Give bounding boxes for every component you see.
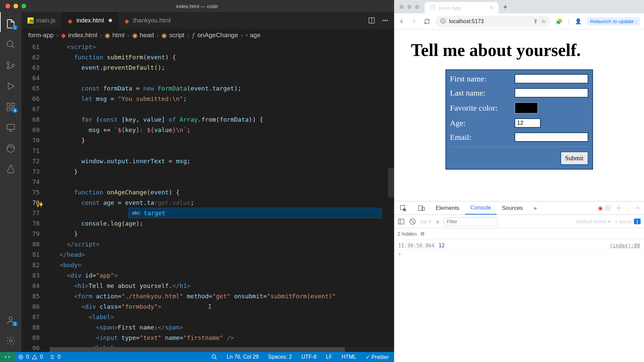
minimize-icon[interactable]: [13, 4, 18, 8]
firstname-input[interactable]: [515, 74, 588, 83]
breadcrumb-item: form-app: [28, 32, 54, 39]
favcolor-label: Favorite color:: [450, 104, 498, 113]
language-mode[interactable]: HTML: [341, 354, 356, 360]
log-entry[interactable]: 11:30:50.864 12 (index):80: [394, 242, 644, 250]
problems-button[interactable]: 0 0: [15, 354, 46, 360]
svg-rect-22: [398, 219, 404, 224]
email-input[interactable]: [515, 132, 588, 142]
profile-icon[interactable]: 👤: [575, 18, 582, 24]
address-bar[interactable]: ⓘ localhost:5173 ⇪ ☆: [436, 16, 550, 27]
back-button[interactable]: [398, 18, 405, 25]
expand-tabs-icon[interactable]: ⌄: [636, 4, 644, 10]
tab-thankyou-html[interactable]: ◆ thankyou.html: [118, 12, 177, 29]
console-prompt[interactable]: ›: [394, 250, 644, 258]
encoding[interactable]: UTF-8: [301, 354, 316, 360]
copilot-spark-icon[interactable]: ✨: [36, 199, 43, 206]
settings-gear-icon[interactable]: [6, 336, 16, 346]
html-file-icon: ◆: [68, 17, 74, 23]
tab-elements[interactable]: Elements: [430, 201, 465, 215]
eol[interactable]: LF: [326, 354, 332, 360]
tab-index-html[interactable]: ◆ index.html: [62, 12, 118, 29]
cursor-position[interactable]: Ln 76, Col 29: [227, 354, 259, 360]
email-label: Email:: [450, 133, 472, 142]
page-favicon-icon: 📄: [429, 5, 436, 11]
edge-tools-icon[interactable]: [6, 143, 16, 154]
devtools: Elements Console Sources » ◉1 ⚙ ⋮ ✕ top …: [394, 201, 644, 362]
zoom-icon[interactable]: [211, 354, 217, 360]
context-selector[interactable]: top ▾: [420, 219, 431, 225]
ports-button[interactable]: 0: [46, 354, 64, 360]
console-toolbar: top ▾ ◉ Default levels ▾ 1 Issue: 1: [394, 215, 644, 228]
browser-tab[interactable]: 📄 Form App ✕: [425, 2, 498, 13]
account-icon[interactable]: 1: [6, 315, 16, 325]
lastname-input[interactable]: [515, 88, 588, 98]
search-icon[interactable]: [6, 40, 16, 50]
svg-rect-4: [7, 103, 10, 106]
live-expression-icon[interactable]: ◉: [435, 219, 440, 225]
svg-rect-8: [7, 124, 15, 129]
status-bar: 0 0 0 Ln 76, Col 29 Spaces: 2 UTF-8 LF H…: [0, 352, 394, 362]
explorer-icon[interactable]: 1: [6, 19, 16, 29]
devtools-close-icon[interactable]: ✕: [636, 205, 640, 211]
close-icon[interactable]: [5, 4, 10, 8]
svg-point-11: [9, 340, 12, 342]
intellisense-popup[interactable]: abctarget: [128, 208, 382, 218]
horizontal-scrollbar[interactable]: [50, 347, 394, 352]
more-tabs-icon[interactable]: »: [528, 201, 542, 215]
split-editor-icon[interactable]: [368, 17, 375, 24]
tab-sources[interactable]: Sources: [496, 201, 528, 215]
page-title: Tell me about yourself.: [411, 40, 627, 60]
devtools-settings-icon[interactable]: ⚙: [616, 205, 621, 211]
console-filter-input[interactable]: [444, 217, 497, 226]
more-actions-icon[interactable]: [381, 17, 389, 24]
maximize-icon[interactable]: [21, 4, 26, 8]
maximize-icon[interactable]: [415, 5, 419, 9]
errors-indicator[interactable]: ◉1: [598, 205, 611, 211]
bookmark-icon[interactable]: ☆: [541, 18, 546, 24]
indentation[interactable]: Spaces: 2: [268, 354, 292, 360]
titlebar: index.html — code: [0, 0, 394, 12]
devtools-menu-icon[interactable]: ⋮: [626, 205, 631, 211]
console-sidebar-toggle-icon[interactable]: [397, 218, 405, 225]
breadcrumb-item: ◉html: [105, 32, 124, 39]
testing-icon[interactable]: [6, 164, 16, 174]
source-control-icon[interactable]: [6, 60, 16, 70]
reload-button[interactable]: [424, 18, 430, 25]
device-toggle-icon[interactable]: [412, 201, 430, 215]
relaunch-button[interactable]: Relaunch to update :: [587, 17, 640, 25]
tab-main-js[interactable]: JS main.js: [21, 12, 62, 29]
minimize-icon[interactable]: [407, 5, 412, 9]
tab-console[interactable]: Console: [465, 201, 496, 215]
hidden-settings-icon[interactable]: ⚙: [420, 231, 425, 237]
debug-icon[interactable]: [6, 81, 16, 91]
close-tab-icon[interactable]: ✕: [489, 5, 494, 11]
html-file-icon: ◆: [124, 17, 130, 23]
site-info-icon[interactable]: ⓘ: [440, 18, 446, 25]
vscode-window: index.html — code 1 4 1: [0, 0, 394, 362]
formatter[interactable]: ✓ Prettier: [366, 354, 389, 360]
share-icon[interactable]: ⇪: [533, 18, 538, 24]
age-input[interactable]: [515, 118, 541, 128]
hidden-messages[interactable]: 2 hidden: [397, 231, 417, 237]
breadcrumb[interactable]: form-app › ◆index.html › ◉html › ◉head ›…: [21, 29, 394, 42]
extensions-icon[interactable]: 🧩: [556, 18, 562, 24]
remote-icon[interactable]: [0, 352, 15, 362]
svg-point-17: [52, 357, 53, 358]
submit-button[interactable]: Submit: [560, 152, 588, 165]
clear-console-icon[interactable]: [409, 218, 416, 225]
remote-explorer-icon[interactable]: [6, 123, 16, 133]
svg-point-9: [7, 145, 15, 153]
extensions-icon[interactable]: 4: [6, 102, 16, 112]
browser-toolbar: ⓘ localhost:5173 ⇪ ☆ 🧩 | 👤 Relaunch to u…: [394, 13, 644, 29]
inspect-icon[interactable]: [394, 201, 412, 215]
code-editor[interactable]: 6162636465666768697071727374757677787980…: [21, 42, 394, 352]
close-icon[interactable]: [399, 5, 404, 9]
favcolor-input[interactable]: [515, 102, 538, 114]
svg-point-1: [7, 62, 10, 64]
log-source-link[interactable]: (index):80: [610, 243, 640, 249]
new-tab-button[interactable]: +: [498, 3, 512, 11]
log-levels-selector[interactable]: Default levels ▾: [577, 219, 611, 225]
issues-link[interactable]: 1 Issue: 1: [615, 219, 641, 224]
browser-window: 📄 Form App ✕ + ⌄ ⓘ localhost:5173 ⇪ ☆ 🧩 …: [394, 0, 644, 362]
forward-button[interactable]: [411, 18, 418, 25]
